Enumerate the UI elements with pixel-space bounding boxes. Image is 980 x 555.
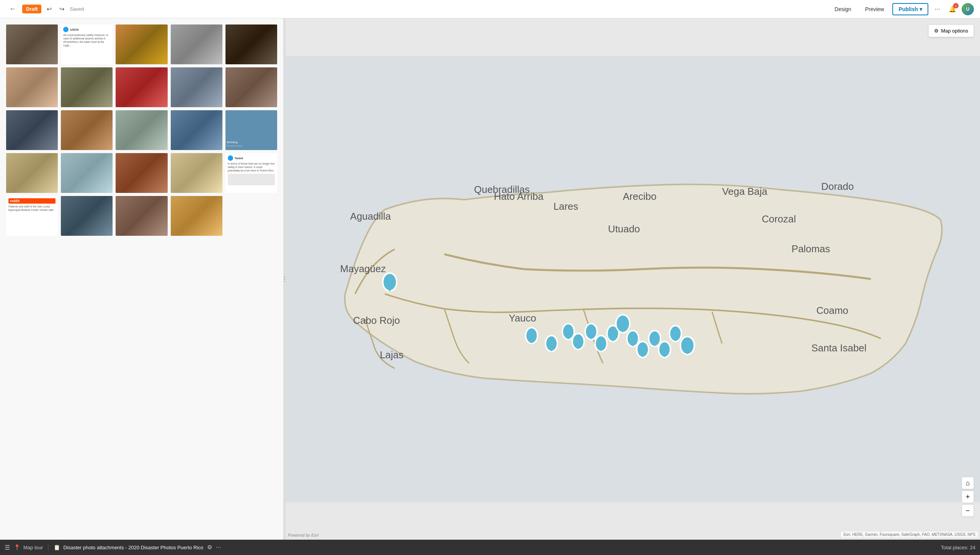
toolbar: ← Draft ↩ ↪ Saved Design Preview Publish…	[0, 0, 980, 18]
photo-item[interactable]	[6, 67, 58, 107]
map-attribution: Esri, HERE, Garmin, Foursquare, SafeGrap…	[841, 532, 978, 537]
undo-button[interactable]: ↩	[44, 4, 54, 14]
svg-text:Dorado: Dorado	[821, 181, 854, 192]
svg-text:Coamo: Coamo	[816, 305, 848, 316]
svg-text:Palomas: Palomas	[792, 243, 830, 254]
photo-item[interactable]: USGS As a precautionary safety measure, …	[61, 24, 113, 64]
tweet-text: Patients and staff of the San Lucas Epis…	[8, 205, 56, 212]
photo-row-4: Tweet In terms of those that can no long…	[6, 153, 277, 193]
map-options-button[interactable]: ⚙ Map options	[928, 24, 974, 37]
svg-text:Corozal: Corozal	[762, 214, 796, 224]
zoom-out-button[interactable]: −	[962, 504, 974, 517]
notification-badge: 1	[953, 3, 959, 8]
svg-text:Lares: Lares	[554, 201, 578, 212]
photo-item[interactable]	[116, 196, 167, 236]
photo-item[interactable]	[61, 153, 113, 193]
photo-item[interactable]	[116, 67, 167, 107]
home-button[interactable]: ⌂	[962, 477, 974, 489]
photo-item[interactable]	[225, 24, 277, 64]
publish-arrow-icon: ▾	[920, 6, 922, 12]
zoom-in-button[interactable]: +	[962, 491, 974, 503]
photo-item[interactable]	[171, 196, 222, 236]
map-svg: Aguadilla Mayagüez Cabo Rojo Lajas Yauco…	[286, 18, 980, 540]
svg-text:Quebradillas: Quebradillas	[474, 184, 529, 195]
tweet-name: Tweet	[235, 157, 243, 160]
tweet-overlay: USGS As a precautionary safety measure, …	[61, 24, 113, 64]
redo-button[interactable]: ↪	[57, 4, 67, 14]
photo-item[interactable]	[171, 24, 222, 64]
saved-status: Saved	[70, 6, 84, 12]
photo-item[interactable]	[116, 153, 167, 193]
photo-item[interactable]	[116, 110, 167, 150]
photo-item[interactable]	[171, 110, 222, 150]
photo-row-1: USGS As a precautionary safety measure, …	[6, 24, 277, 64]
bottom-settings-button[interactable]: ⚙	[207, 544, 212, 551]
photo-item[interactable]	[116, 24, 167, 64]
photo-row-2	[6, 67, 277, 107]
tweet-avatar	[228, 155, 233, 161]
svg-text:Vega Baja: Vega Baja	[722, 186, 768, 197]
layer-icon: 📋	[54, 544, 60, 550]
map-tour-label: Map tour	[23, 545, 43, 550]
resize-dot	[284, 279, 285, 280]
separator: |	[47, 544, 49, 551]
toolbar-left: ← Draft ↩ ↪ Saved	[6, 3, 84, 15]
photo-item[interactable]: Tweet In terms of those that can no long…	[225, 153, 277, 193]
photo-item[interactable]	[61, 67, 113, 107]
design-button[interactable]: Design	[829, 4, 857, 15]
photo-item[interactable]	[171, 153, 222, 193]
svg-text:Arecibo: Arecibo	[623, 191, 657, 202]
resize-dot	[284, 281, 285, 282]
back-button[interactable]: ←	[6, 3, 19, 15]
svg-text:Lajas: Lajas	[380, 349, 403, 360]
esri-logo: Powered by Esri	[288, 533, 318, 537]
photo-item[interactable]	[61, 196, 113, 236]
svg-text:Aguadilla: Aguadilla	[350, 211, 391, 222]
svg-text:Santa Isabel: Santa Isabel	[811, 343, 866, 353]
svg-text:Mayagüez: Mayagüez	[340, 263, 386, 274]
map-tour-icon: 📍	[14, 544, 20, 550]
tweet-text: In terms of those that can no longer liv…	[228, 162, 275, 172]
map-panel: Aguadilla Mayagüez Cabo Rojo Lajas Yauco…	[286, 18, 980, 540]
tweet-overlay-3: reddit Patients and staff of the San Luc…	[6, 196, 58, 236]
photo-item[interactable]	[6, 24, 58, 64]
photo-item[interactable]: reddit Patients and staff of the San Luc…	[6, 196, 58, 236]
tweet-overlay-2: Tweet In terms of those that can no long…	[225, 153, 277, 193]
bottom-more-button[interactable]: ···	[216, 544, 221, 551]
gear-icon: ⚙	[934, 28, 939, 34]
tweet-name: USGS	[70, 28, 79, 31]
bottom-menu-button[interactable]: ☰	[5, 544, 10, 551]
avatar[interactable]: U	[962, 3, 974, 15]
tweet-text: As a precautionary safety measure, in ca…	[63, 33, 110, 47]
photo-item[interactable]	[6, 110, 58, 150]
tweet-avatar	[63, 27, 69, 32]
map-options-label: Map options	[941, 28, 968, 34]
photo-item[interactable]	[225, 67, 277, 107]
photo-item[interactable]	[171, 67, 222, 107]
main-area: USGS As a precautionary safety measure, …	[0, 18, 980, 540]
publish-button[interactable]: Publish ▾	[892, 3, 928, 15]
photo-row-5: reddit Patients and staff of the San Luc…	[6, 196, 277, 236]
resize-dots	[284, 276, 285, 282]
photo-item[interactable]	[61, 110, 113, 150]
photo-row-3: Building Structure intact	[6, 110, 277, 150]
total-places: Total places: 24	[941, 545, 975, 550]
svg-text:Utuado: Utuado	[608, 224, 640, 234]
resize-dot	[284, 276, 285, 278]
map-controls: ⌂ + −	[962, 477, 974, 517]
preview-button[interactable]: Preview	[860, 4, 890, 15]
bottom-bar: ☰ 📍 Map tour | 📋 Disaster photo attachme…	[0, 540, 980, 555]
photo-panel: USGS As a precautionary safety measure, …	[0, 18, 283, 540]
bottom-title-area: 📍 Map tour | 📋 Disaster photo attachment…	[14, 544, 203, 551]
draft-button[interactable]: Draft	[22, 5, 41, 13]
toolbar-right: Design Preview Publish ▾ ··· 🔔 1 U	[829, 3, 974, 15]
notification-button[interactable]: 🔔 1	[946, 3, 959, 15]
svg-text:Cabo Rojo: Cabo Rojo	[353, 315, 400, 326]
photo-item[interactable]: Building Structure intact	[225, 110, 277, 150]
more-button[interactable]: ···	[931, 3, 943, 15]
publish-label: Publish	[898, 6, 918, 12]
layer-title: Disaster photo attachments - 2020 Disast…	[63, 545, 203, 550]
svg-text:Yauco: Yauco	[509, 313, 536, 323]
photo-item[interactable]	[6, 153, 58, 193]
